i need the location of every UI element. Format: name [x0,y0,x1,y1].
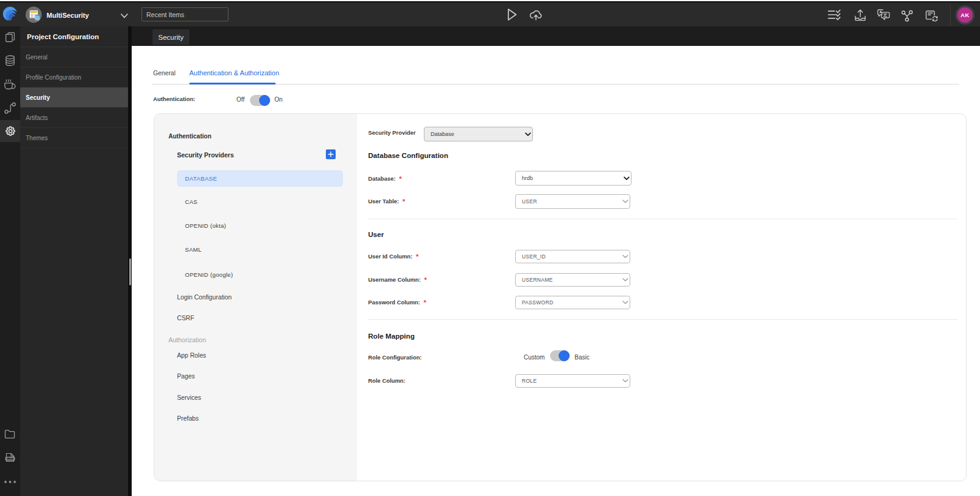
svg-text:LOG: LOG [7,457,13,460]
